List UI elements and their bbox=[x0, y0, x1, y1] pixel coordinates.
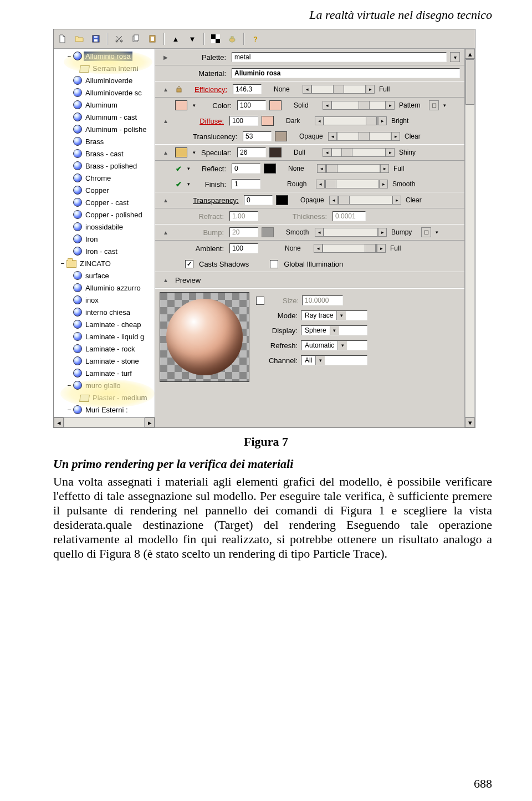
triangle-right-icon[interactable]: ▶ bbox=[162, 53, 170, 61]
tree-node[interactable]: Laminate - stone bbox=[55, 355, 155, 367]
collapse-icon[interactable]: ▲ bbox=[162, 276, 170, 284]
transparency-input[interactable]: 0 bbox=[244, 195, 273, 205]
material-tree[interactable]: −Alluminio rosa Serram Interni Alluminio… bbox=[54, 49, 155, 417]
refresh-combo[interactable]: Automatic▾ bbox=[301, 340, 367, 350]
paste-button[interactable] bbox=[146, 32, 159, 45]
scroll-track[interactable] bbox=[465, 59, 475, 417]
scroll-up-button[interactable]: ▴ bbox=[465, 49, 475, 59]
dropdown-icon[interactable]: ▾ bbox=[191, 101, 197, 110]
dropdown-icon[interactable]: ▾ bbox=[191, 148, 197, 157]
tree-node[interactable]: Brass bbox=[55, 135, 155, 147]
efficiency-input[interactable]: 146.3 bbox=[233, 84, 262, 94]
dropdown-icon[interactable]: ▾ bbox=[441, 101, 448, 110]
transparency-slider[interactable]: ◂▸ bbox=[329, 196, 401, 205]
display-combo[interactable]: Sphere▾ bbox=[301, 325, 367, 335]
palette-combo[interactable]: metal bbox=[232, 52, 447, 62]
ambient-slider[interactable]: ◂▸ bbox=[314, 244, 386, 253]
cut-button[interactable] bbox=[112, 32, 126, 45]
global-illum-checkbox[interactable] bbox=[270, 260, 278, 268]
efficiency-label[interactable]: Efficiency: bbox=[186, 85, 229, 94]
tree-node-serram-interni[interactable]: Serram Interni bbox=[55, 62, 155, 74]
pattern-extra-button[interactable]: ☐ bbox=[429, 100, 439, 110]
dropdown-icon[interactable]: ▾ bbox=[315, 356, 325, 365]
tree-node-muri-esterni[interactable]: Plaster - medium bbox=[55, 391, 155, 404]
tree-node[interactable]: interno chiesa bbox=[55, 306, 155, 318]
translucency-slider[interactable]: ◂▸ bbox=[328, 132, 400, 141]
render-button[interactable] bbox=[226, 32, 239, 45]
scroll-left-button[interactable]: ◂ bbox=[54, 417, 64, 427]
translucency-input[interactable]: 53 bbox=[243, 131, 272, 141]
new-button[interactable] bbox=[56, 32, 69, 45]
tree-node[interactable]: Alluminioverde bbox=[55, 74, 155, 86]
slider-right-arrow-icon[interactable]: ▸ bbox=[366, 85, 375, 94]
tree-node[interactable]: Alluminio azzurro bbox=[55, 282, 155, 294]
collapse-icon[interactable]: ▲ bbox=[162, 85, 170, 93]
tree-node[interactable]: Brass - cast bbox=[55, 147, 155, 160]
tree-node[interactable]: Aluminum - polishe bbox=[55, 123, 155, 135]
tree-node[interactable]: Chrome bbox=[55, 172, 155, 184]
help-button[interactable]: ? bbox=[249, 32, 262, 45]
dropdown-icon[interactable]: ▾ bbox=[337, 341, 347, 350]
slider-left-arrow-icon[interactable]: ◂ bbox=[303, 85, 311, 94]
diffuse-label[interactable]: Diffuse: bbox=[193, 117, 226, 125]
tree-node[interactable]: Aluminum bbox=[55, 99, 155, 111]
collapse-icon[interactable]: ▲ bbox=[162, 149, 170, 156]
tree-node-plaster-rough[interactable]: −Muri Esterni : bbox=[55, 404, 155, 416]
palette-dropdown-button[interactable]: ▾ bbox=[450, 52, 460, 62]
save-button[interactable] bbox=[89, 32, 103, 45]
tree-node[interactable]: Aluminum - cast bbox=[55, 111, 155, 123]
open-button[interactable] bbox=[73, 32, 86, 45]
tree-node-alluminio-rosa[interactable]: −Alluminio rosa bbox=[55, 50, 155, 62]
ambient-input[interactable]: 100 bbox=[229, 243, 258, 253]
tree-node[interactable]: surface bbox=[55, 269, 155, 282]
down-button[interactable]: ▼ bbox=[186, 32, 199, 45]
panel-v-scrollbar[interactable]: ▴ ▾ bbox=[464, 49, 475, 427]
efficiency-slider[interactable]: ◂▸ bbox=[303, 85, 375, 94]
dropdown-icon[interactable]: ▾ bbox=[185, 164, 192, 173]
scroll-track[interactable] bbox=[64, 417, 145, 427]
dropdown-icon[interactable]: ▾ bbox=[185, 180, 192, 188]
tree-node-plaster-medium[interactable]: −muro giallo bbox=[55, 379, 155, 391]
finish-slider[interactable]: ◂▸ bbox=[316, 180, 388, 188]
collapse-icon[interactable]: ▲ bbox=[162, 196, 170, 204]
tree-node[interactable]: Iron bbox=[55, 233, 155, 245]
finish-input[interactable]: 1 bbox=[232, 179, 260, 189]
color-swatch[interactable] bbox=[175, 100, 187, 110]
reflect-slider[interactable]: ◂▸ bbox=[317, 164, 389, 173]
color-swatch[interactable] bbox=[175, 147, 187, 157]
diffuse-input[interactable]: 100 bbox=[229, 116, 258, 126]
tree-node[interactable]: Iron - cast bbox=[55, 245, 155, 257]
reflect-input[interactable]: 0 bbox=[232, 164, 260, 174]
collapse-icon[interactable]: ▲ bbox=[162, 117, 170, 125]
color-slider[interactable]: ◂▸ bbox=[323, 101, 395, 110]
tree-node[interactable]: Laminate - turf bbox=[55, 367, 155, 379]
up-button[interactable]: ▲ bbox=[169, 32, 182, 45]
tree-node[interactable]: Laminate - liquid g bbox=[55, 330, 155, 343]
collapse-icon[interactable]: ▲ bbox=[162, 228, 170, 236]
specular-input[interactable]: 26 bbox=[237, 147, 266, 157]
bump-extra-button[interactable]: ☐ bbox=[421, 227, 431, 237]
tree-node[interactable]: Copper - cast bbox=[55, 196, 155, 208]
tree-node[interactable]: Alluminioverde sc bbox=[55, 86, 155, 99]
tree-node[interactable]: Laminate - cheap bbox=[55, 318, 155, 330]
material-field[interactable]: Alluminio rosa bbox=[232, 68, 460, 78]
scroll-right-button[interactable]: ▸ bbox=[145, 417, 155, 427]
diffuse-slider[interactable]: ◂▸ bbox=[315, 116, 387, 125]
tree-node-surface[interactable]: −ZINCATO bbox=[55, 257, 155, 269]
dropdown-icon[interactable]: ▾ bbox=[330, 326, 339, 335]
tree-node[interactable]: inox bbox=[55, 294, 155, 306]
channel-combo[interactable]: All▾ bbox=[301, 355, 367, 365]
copy-button[interactable] bbox=[129, 32, 142, 45]
casts-shadows-checkbox[interactable]: ✓ bbox=[185, 260, 193, 268]
tree-node[interactable]: Copper - polished bbox=[55, 208, 155, 221]
tree-node[interactable]: Laminate - rock bbox=[55, 343, 155, 355]
scroll-thumb[interactable] bbox=[466, 59, 474, 105]
dropdown-icon[interactable]: ▾ bbox=[433, 228, 440, 237]
tree-node[interactable]: Brass - polished bbox=[55, 160, 155, 172]
scroll-down-button[interactable]: ▾ bbox=[465, 417, 475, 427]
mode-combo[interactable]: Ray trace▾ bbox=[301, 310, 367, 320]
color-input[interactable]: 100 bbox=[237, 100, 266, 110]
tree-node[interactable]: inossidabile bbox=[55, 221, 155, 233]
size-checkbox[interactable] bbox=[256, 297, 264, 305]
tree-h-scrollbar[interactable]: ◂ ▸ bbox=[54, 417, 155, 427]
